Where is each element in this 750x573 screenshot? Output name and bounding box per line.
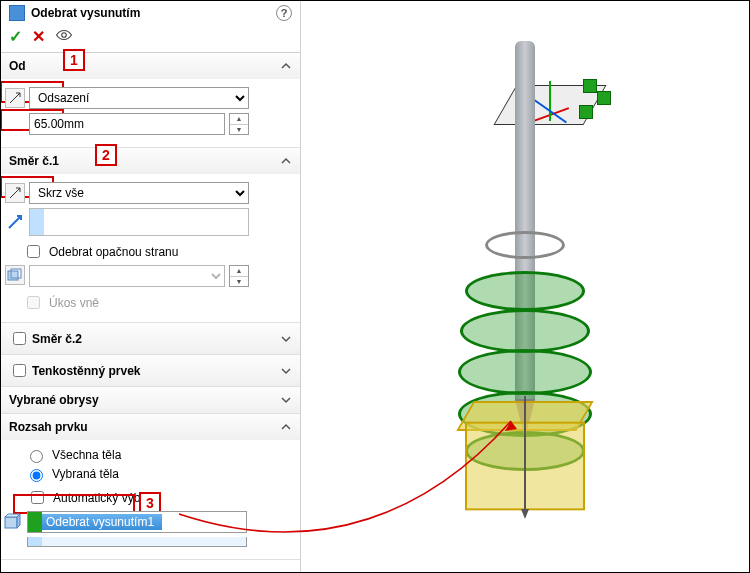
flip-side-label: Odebrat opačnou stranu: [49, 245, 178, 259]
svg-rect-2: [5, 517, 17, 528]
section-header-dir1[interactable]: Směr č.1: [1, 148, 300, 174]
graphics-viewport[interactable]: [301, 1, 749, 572]
dir1-end-condition-select[interactable]: Skrz vše: [29, 182, 249, 204]
section-title: Tenkostěnný prvek: [32, 364, 140, 378]
section-title: Rozsah prvku: [9, 420, 88, 434]
solid-body-icon: [3, 513, 23, 531]
section-title: Od: [9, 59, 26, 73]
selected-bodies-listbox-extra[interactable]: [27, 537, 247, 547]
svg-rect-0: [8, 271, 18, 280]
section-header-scope[interactable]: Rozsah prvku: [1, 414, 300, 440]
flip-dir1-icon[interactable]: [5, 183, 25, 203]
section-title: Směr č.2: [32, 332, 82, 346]
section-header-contours[interactable]: Vybrané obrysy: [1, 387, 300, 413]
chevron-up-icon: [280, 155, 292, 167]
scope-all-radio[interactable]: [30, 450, 43, 463]
axis-arrow-icon: [521, 509, 529, 519]
section-title: Vybrané obrysy: [9, 393, 99, 407]
section-header-dir2[interactable]: Směr č.2: [1, 323, 300, 354]
accept-button[interactable]: ✓: [9, 27, 22, 46]
body-scope-icon: [5, 265, 25, 285]
chevron-down-icon: [280, 333, 292, 345]
chevron-up-icon: [280, 421, 292, 433]
section-header-from[interactable]: Od: [1, 53, 300, 79]
selected-body-item[interactable]: Odebrat vysunutím1: [42, 514, 162, 530]
chevron-up-icon: [280, 60, 292, 72]
section-header-thin[interactable]: Tenkostěnný prvek: [1, 355, 300, 386]
panel-title: Odebrat vysunutím: [31, 6, 140, 20]
scope-selected-label: Vybraná těla: [52, 467, 119, 481]
dir2-enable-checkbox[interactable]: [13, 332, 26, 345]
dir1-reference-listbox[interactable]: [29, 208, 249, 236]
flip-side-checkbox[interactable]: [27, 245, 40, 258]
direction-vector-icon[interactable]: [5, 212, 25, 232]
feature-icon: [9, 5, 25, 21]
annotation-2: 2: [95, 144, 117, 166]
flip-from-icon[interactable]: [5, 88, 25, 108]
draft-outward-checkbox: [27, 296, 40, 309]
dir1-body-spinner: ▲▼: [229, 265, 249, 287]
thin-enable-checkbox[interactable]: [13, 364, 26, 377]
help-icon[interactable]: ?: [276, 5, 292, 21]
axis-line: [524, 396, 526, 511]
dir1-body-select: [29, 265, 225, 287]
preview-toggle-icon[interactable]: [55, 28, 73, 45]
chevron-down-icon: [280, 365, 292, 377]
from-condition-select[interactable]: Odsazení: [29, 87, 249, 109]
offset-spinner[interactable]: ▲▼: [229, 113, 249, 135]
model-preview: [515, 41, 535, 441]
selected-bodies-listbox[interactable]: Odebrat vysunutím1: [27, 511, 247, 533]
cancel-button[interactable]: ✕: [32, 27, 45, 46]
from-offset-input[interactable]: [29, 113, 225, 135]
chevron-down-icon: [280, 394, 292, 406]
draft-outward-label: Úkos vně: [49, 296, 99, 310]
section-title: Směr č.1: [9, 154, 59, 168]
scope-selected-radio[interactable]: [30, 469, 43, 482]
scope-all-label: Všechna těla: [52, 448, 121, 462]
annotation-1: 1: [63, 49, 85, 71]
